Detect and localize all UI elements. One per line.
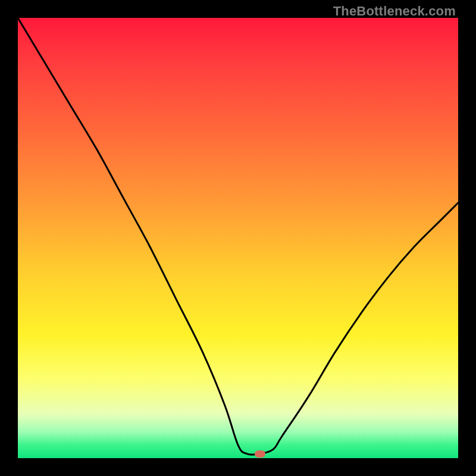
chart-plot-area <box>18 18 458 458</box>
bottleneck-curve <box>18 18 458 458</box>
chart-frame: TheBottleneck.com <box>0 0 476 476</box>
minimum-marker <box>255 450 265 458</box>
watermark-text: TheBottleneck.com <box>333 4 456 19</box>
